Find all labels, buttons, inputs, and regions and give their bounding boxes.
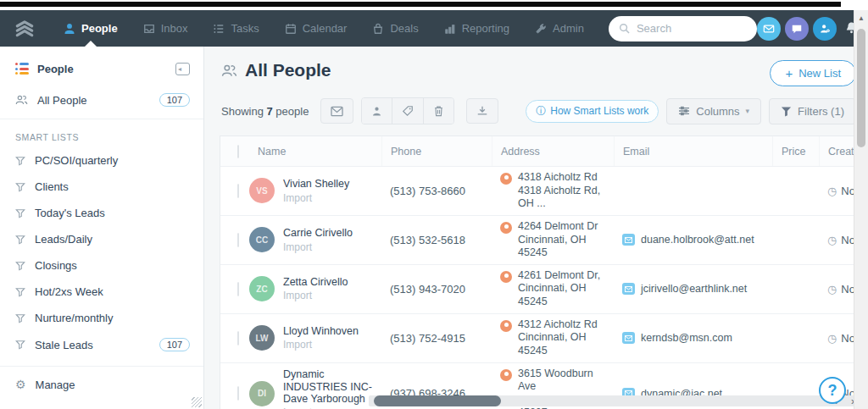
- filters-button[interactable]: Filters (1): [769, 98, 856, 124]
- sidebar-item-closings[interactable]: Closings: [0, 252, 203, 279]
- sliders-icon: [678, 106, 690, 116]
- sidebar-item-hot-2xs-week[interactable]: Hot/2xs Week: [0, 279, 203, 305]
- avatar: VS: [249, 178, 275, 203]
- showing-count-text: Showing 7 people: [221, 105, 309, 118]
- people-count: 7: [267, 105, 273, 118]
- chevron-down-icon: ▾: [746, 107, 750, 115]
- sidebar-item-label: Leads/Daily: [35, 233, 190, 246]
- horizontal-scrollbar[interactable]: ‹ ›: [369, 395, 865, 406]
- search-input[interactable]: [637, 22, 747, 35]
- vertical-scrollbar-thumb[interactable]: [857, 29, 865, 147]
- row-checkbox[interactable]: [237, 184, 239, 198]
- import-tag: Import: [283, 192, 349, 204]
- column-header-price[interactable]: Price: [772, 136, 819, 166]
- main-header: All People + New List: [204, 47, 868, 86]
- sidebar-title: People: [37, 63, 167, 75]
- row-checkbox[interactable]: [237, 386, 239, 401]
- row-checkbox[interactable]: [237, 331, 239, 345]
- sidebar: People ◂ All People 107 SMART LISTS PC/S…: [0, 47, 204, 409]
- sidebar-item-leads-daily[interactable]: Leads/Daily: [0, 226, 203, 252]
- nav-item-deals[interactable]: Deals: [359, 10, 431, 47]
- help-button[interactable]: ?: [819, 377, 846, 404]
- people-group-icon: [221, 64, 237, 78]
- sidebar-item-label: PC/SOI/quarterly: [35, 154, 190, 167]
- sidebar-header: People ◂: [0, 47, 203, 86]
- column-header-address[interactable]: Address: [492, 136, 614, 166]
- app-logo-icon[interactable]: [14, 19, 36, 38]
- navbar-right-icons: ▾ CA ▾: [757, 17, 868, 41]
- nav-item-admin[interactable]: Admin: [522, 10, 597, 47]
- location-pin-icon: [500, 271, 512, 283]
- column-header-phone[interactable]: Phone: [381, 136, 492, 166]
- sidebar-item-nurture-monthly[interactable]: Nurture/monthly: [0, 305, 203, 331]
- person-name[interactable]: Carrie Cirivello: [283, 227, 353, 239]
- select-all-checkbox[interactable]: [237, 145, 239, 158]
- sidebar-item-todays-leads[interactable]: Today's Leads: [0, 200, 203, 226]
- sidebar-collapse-icon[interactable]: ◂: [175, 63, 190, 75]
- people-lists-icon: [15, 62, 29, 75]
- gear-icon: ⚙: [15, 378, 26, 391]
- person-name[interactable]: Zetta Cirivello: [283, 276, 348, 288]
- nav-item-calendar[interactable]: Calendar: [272, 10, 360, 47]
- email-campaigns-icon[interactable]: [757, 17, 781, 41]
- tag-button[interactable]: [392, 98, 423, 124]
- count-badge: 107: [159, 338, 190, 351]
- global-search[interactable]: [609, 16, 757, 41]
- scroll-up-arrow[interactable]: ▲: [854, 10, 868, 22]
- how-smart-lists-link[interactable]: ⓘ How Smart Lists work: [526, 100, 659, 123]
- sidebar-item-pc-soi-quarterly[interactable]: PC/SOI/quarterly: [0, 147, 203, 174]
- table-row[interactable]: VS Vivian ShelleyImport (513) 753-8660 4…: [220, 167, 854, 216]
- nav-item-people[interactable]: People: [51, 10, 131, 47]
- nav-item-label: Inbox: [161, 22, 188, 35]
- email-icon: [622, 234, 635, 246]
- column-header-email[interactable]: Email: [614, 136, 772, 166]
- columns-button[interactable]: Columns ▾: [666, 98, 761, 124]
- location-pin-icon: [500, 369, 512, 381]
- table-row[interactable]: CC Carrie CirivelloImport (513) 532-5618…: [220, 216, 854, 265]
- sidebar-item-manage[interactable]: ⚙ Manage: [0, 366, 203, 402]
- chat-bubble-icon[interactable]: [785, 17, 809, 41]
- price-cell: [772, 285, 819, 293]
- import-tag: Import: [283, 241, 353, 253]
- funnel-icon: [15, 182, 25, 192]
- horizontal-scrollbar-thumb[interactable]: [374, 395, 501, 406]
- nav-item-tasks[interactable]: Tasks: [200, 10, 271, 47]
- table-row[interactable]: ZC Zetta CirivelloImport (513) 943-7020 …: [220, 265, 854, 314]
- person-name[interactable]: Dynamic INDUSTRIES INC- Dave Yarborough: [283, 368, 375, 405]
- lead-routing-icon[interactable]: [813, 17, 837, 41]
- table-row[interactable]: LW Lloyd WinhovenImport (513) 752-4915 4…: [220, 314, 854, 363]
- funnel-icon: [15, 208, 25, 218]
- trash-button[interactable]: [423, 98, 453, 124]
- export-download-button[interactable]: [466, 98, 498, 124]
- page-title: All People: [245, 60, 331, 80]
- vertical-scrollbar[interactable]: ▲: [854, 10, 868, 409]
- send-email-button[interactable]: [320, 98, 353, 124]
- row-checkbox[interactable]: [237, 282, 239, 296]
- sidebar-item-label: Manage: [36, 379, 75, 391]
- column-header-created[interactable]: Created: [819, 136, 856, 166]
- price-cell: [772, 334, 819, 342]
- email-icon: [622, 283, 635, 295]
- location-pin-icon: [500, 173, 512, 185]
- sidebar-item-clients[interactable]: Clients: [0, 174, 203, 200]
- created-cell: ◷ No: [819, 279, 856, 300]
- sidebar-item-stale-leads[interactable]: Stale Leads 107: [0, 331, 203, 358]
- price-cell: [772, 235, 819, 244]
- assign-person-button[interactable]: [362, 98, 392, 124]
- toolbar-right: ⓘ How Smart Lists work Columns ▾ Filters…: [526, 98, 856, 124]
- column-header-name[interactable]: Name: [249, 146, 381, 158]
- address-cell: 4318 Aicholtz Rd4318 Aicholtz Rd, OH ...: [492, 167, 614, 215]
- nav-item-label: Reporting: [462, 22, 509, 35]
- avatar: CC: [249, 227, 275, 252]
- nav-item-inbox[interactable]: Inbox: [131, 10, 201, 47]
- nav-item-reporting[interactable]: Reporting: [431, 10, 522, 47]
- phone-cell: (513) 532-5618: [381, 229, 492, 251]
- person-name[interactable]: Lloyd Winhoven: [283, 325, 359, 337]
- person-name[interactable]: Vivian Shelley: [283, 178, 349, 190]
- row-checkbox[interactable]: [237, 233, 239, 247]
- new-list-button[interactable]: + New List: [770, 60, 856, 86]
- sidebar-item-label: Clients: [35, 180, 190, 193]
- sidebar-item-all-people[interactable]: All People 107: [0, 86, 203, 119]
- deals-bag-icon: [372, 23, 384, 35]
- sidebar-resize-grip[interactable]: [192, 397, 202, 407]
